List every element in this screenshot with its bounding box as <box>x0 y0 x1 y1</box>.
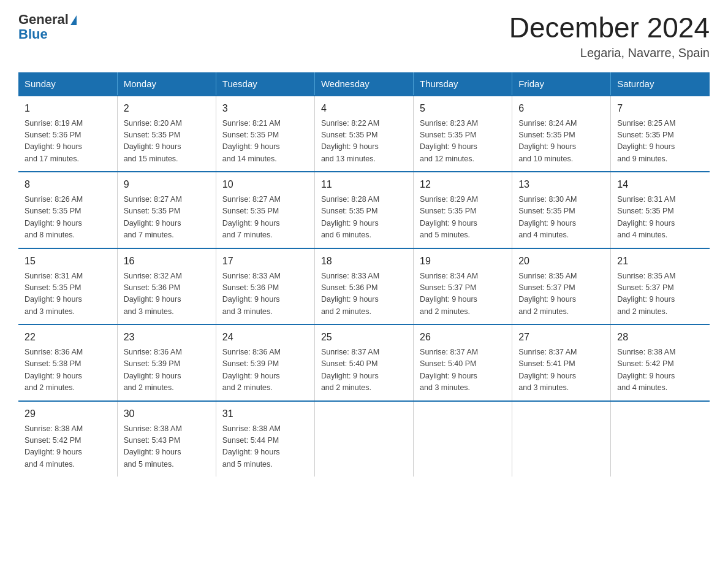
day-info: Sunrise: 8:23 AMSunset: 5:35 PMDaylight:… <box>420 118 506 166</box>
day-info: Sunrise: 8:37 AMSunset: 5:40 PMDaylight:… <box>321 347 407 394</box>
calendar-cell: 31Sunrise: 8:38 AMSunset: 5:44 PMDayligh… <box>216 401 314 477</box>
day-number: 23 <box>124 330 210 345</box>
calendar-cell: 17Sunrise: 8:33 AMSunset: 5:36 PMDayligh… <box>216 248 314 325</box>
day-number: 17 <box>222 254 308 269</box>
day-info: Sunrise: 8:33 AMSunset: 5:36 PMDaylight:… <box>222 270 308 318</box>
day-number: 3 <box>222 101 308 116</box>
day-number: 10 <box>222 177 308 192</box>
calendar-cell: 29Sunrise: 8:38 AMSunset: 5:42 PMDayligh… <box>18 401 117 477</box>
day-info: Sunrise: 8:27 AMSunset: 5:35 PMDaylight:… <box>222 194 308 242</box>
day-number: 2 <box>124 101 210 116</box>
day-number: 29 <box>25 407 111 421</box>
calendar-cell: 12Sunrise: 8:29 AMSunset: 5:35 PMDayligh… <box>414 172 512 248</box>
calendar-cell: 14Sunrise: 8:31 AMSunset: 5:35 PMDayligh… <box>611 172 710 248</box>
logo-general-line: General <box>18 12 77 27</box>
day-number: 7 <box>617 101 703 116</box>
calendar-week-1: 1Sunrise: 8:19 AMSunset: 5:36 PMDaylight… <box>18 96 710 172</box>
calendar-cell <box>414 401 512 477</box>
calendar-cell: 9Sunrise: 8:27 AMSunset: 5:35 PMDaylight… <box>117 172 216 248</box>
day-info: Sunrise: 8:37 AMSunset: 5:40 PMDaylight:… <box>420 347 506 394</box>
day-info: Sunrise: 8:35 AMSunset: 5:37 PMDaylight:… <box>518 270 604 318</box>
day-number: 14 <box>617 177 703 192</box>
calendar-cell <box>512 401 611 477</box>
calendar-cell: 6Sunrise: 8:24 AMSunset: 5:35 PMDaylight… <box>512 96 611 172</box>
day-info: Sunrise: 8:30 AMSunset: 5:35 PMDaylight:… <box>518 194 604 242</box>
calendar-cell: 3Sunrise: 8:21 AMSunset: 5:35 PMDaylight… <box>216 96 314 172</box>
day-info: Sunrise: 8:38 AMSunset: 5:42 PMDaylight:… <box>617 347 703 394</box>
day-number: 30 <box>124 407 210 421</box>
day-info: Sunrise: 8:36 AMSunset: 5:39 PMDaylight:… <box>222 347 308 394</box>
calendar-cell: 5Sunrise: 8:23 AMSunset: 5:35 PMDaylight… <box>414 96 512 172</box>
header-saturday: Saturday <box>611 72 710 96</box>
day-info: Sunrise: 8:38 AMSunset: 5:44 PMDaylight:… <box>222 423 308 471</box>
logo-general-text: General <box>18 12 69 27</box>
calendar-week-4: 22Sunrise: 8:36 AMSunset: 5:38 PMDayligh… <box>18 324 710 401</box>
calendar-week-2: 8Sunrise: 8:26 AMSunset: 5:35 PMDaylight… <box>18 172 710 248</box>
day-number: 4 <box>321 101 407 116</box>
day-info: Sunrise: 8:34 AMSunset: 5:37 PMDaylight:… <box>420 270 506 318</box>
day-number: 25 <box>321 330 407 345</box>
logo: General Blue <box>18 12 77 42</box>
day-number: 27 <box>518 330 604 345</box>
day-info: Sunrise: 8:24 AMSunset: 5:35 PMDaylight:… <box>518 118 604 166</box>
day-info: Sunrise: 8:31 AMSunset: 5:35 PMDaylight:… <box>617 194 703 242</box>
calendar-cell: 15Sunrise: 8:31 AMSunset: 5:35 PMDayligh… <box>18 248 117 325</box>
day-number: 28 <box>617 330 703 345</box>
day-info: Sunrise: 8:20 AMSunset: 5:35 PMDaylight:… <box>124 118 210 166</box>
day-number: 12 <box>420 177 506 192</box>
calendar-cell: 22Sunrise: 8:36 AMSunset: 5:38 PMDayligh… <box>18 324 117 401</box>
calendar-header-row: SundayMondayTuesdayWednesdayThursdayFrid… <box>18 72 710 96</box>
calendar-cell: 8Sunrise: 8:26 AMSunset: 5:35 PMDaylight… <box>18 172 117 248</box>
day-number: 11 <box>321 177 407 192</box>
day-number: 20 <box>518 254 604 269</box>
day-info: Sunrise: 8:36 AMSunset: 5:39 PMDaylight:… <box>124 347 210 394</box>
calendar-cell <box>314 401 413 477</box>
day-number: 22 <box>25 330 111 345</box>
day-info: Sunrise: 8:33 AMSunset: 5:36 PMDaylight:… <box>321 270 407 318</box>
calendar-cell: 11Sunrise: 8:28 AMSunset: 5:35 PMDayligh… <box>314 172 413 248</box>
day-number: 21 <box>617 254 703 269</box>
day-number: 18 <box>321 254 407 269</box>
header-thursday: Thursday <box>414 72 512 96</box>
day-info: Sunrise: 8:35 AMSunset: 5:37 PMDaylight:… <box>617 270 703 318</box>
day-number: 19 <box>420 254 506 269</box>
day-info: Sunrise: 8:26 AMSunset: 5:35 PMDaylight:… <box>25 194 111 242</box>
page-header: General Blue December 2024 Legaria, Nava… <box>18 12 710 60</box>
calendar-cell: 4Sunrise: 8:22 AMSunset: 5:35 PMDaylight… <box>314 96 413 172</box>
day-number: 1 <box>25 101 111 116</box>
calendar-cell: 26Sunrise: 8:37 AMSunset: 5:40 PMDayligh… <box>414 324 512 401</box>
page-title: December 2024 <box>509 12 710 44</box>
calendar-cell: 19Sunrise: 8:34 AMSunset: 5:37 PMDayligh… <box>414 248 512 325</box>
calendar-cell: 27Sunrise: 8:37 AMSunset: 5:41 PMDayligh… <box>512 324 611 401</box>
calendar-cell: 23Sunrise: 8:36 AMSunset: 5:39 PMDayligh… <box>117 324 216 401</box>
header-wednesday: Wednesday <box>314 72 413 96</box>
day-info: Sunrise: 8:38 AMSunset: 5:43 PMDaylight:… <box>124 423 210 471</box>
calendar-cell <box>611 401 710 477</box>
calendar-cell: 13Sunrise: 8:30 AMSunset: 5:35 PMDayligh… <box>512 172 611 248</box>
calendar-cell: 21Sunrise: 8:35 AMSunset: 5:37 PMDayligh… <box>611 248 710 325</box>
day-info: Sunrise: 8:22 AMSunset: 5:35 PMDaylight:… <box>321 118 407 166</box>
calendar-cell: 24Sunrise: 8:36 AMSunset: 5:39 PMDayligh… <box>216 324 314 401</box>
header-sunday: Sunday <box>18 72 117 96</box>
calendar-cell: 20Sunrise: 8:35 AMSunset: 5:37 PMDayligh… <box>512 248 611 325</box>
calendar-cell: 2Sunrise: 8:20 AMSunset: 5:35 PMDaylight… <box>117 96 216 172</box>
day-info: Sunrise: 8:28 AMSunset: 5:35 PMDaylight:… <box>321 194 407 242</box>
day-info: Sunrise: 8:21 AMSunset: 5:35 PMDaylight:… <box>222 118 308 166</box>
day-number: 5 <box>420 101 506 116</box>
calendar-cell: 28Sunrise: 8:38 AMSunset: 5:42 PMDayligh… <box>611 324 710 401</box>
header-friday: Friday <box>512 72 611 96</box>
day-info: Sunrise: 8:19 AMSunset: 5:36 PMDaylight:… <box>25 118 111 166</box>
calendar-week-5: 29Sunrise: 8:38 AMSunset: 5:42 PMDayligh… <box>18 401 710 477</box>
header-tuesday: Tuesday <box>216 72 314 96</box>
day-info: Sunrise: 8:25 AMSunset: 5:35 PMDaylight:… <box>617 118 703 166</box>
day-info: Sunrise: 8:38 AMSunset: 5:42 PMDaylight:… <box>25 423 111 471</box>
calendar-cell: 10Sunrise: 8:27 AMSunset: 5:35 PMDayligh… <box>216 172 314 248</box>
day-number: 15 <box>25 254 111 269</box>
logo-triangle-icon <box>70 15 77 25</box>
day-info: Sunrise: 8:27 AMSunset: 5:35 PMDaylight:… <box>124 194 210 242</box>
calendar-week-3: 15Sunrise: 8:31 AMSunset: 5:35 PMDayligh… <box>18 248 710 325</box>
day-number: 13 <box>518 177 604 192</box>
day-info: Sunrise: 8:37 AMSunset: 5:41 PMDaylight:… <box>518 347 604 394</box>
day-number: 26 <box>420 330 506 345</box>
day-info: Sunrise: 8:32 AMSunset: 5:36 PMDaylight:… <box>124 270 210 318</box>
